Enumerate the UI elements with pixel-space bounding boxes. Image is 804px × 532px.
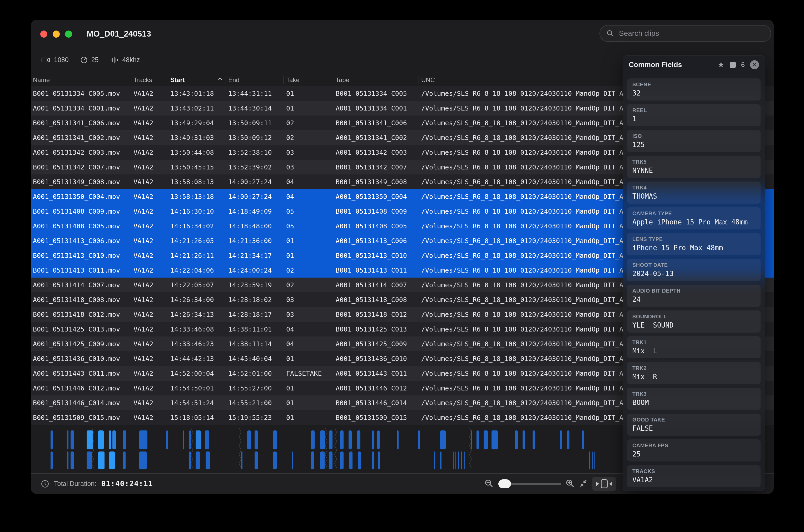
timeline-clip-bar[interactable]: [311, 452, 314, 469]
panel-field[interactable]: CAMERA TYPEApple iPhone 15 Pro Max 48mm: [627, 207, 761, 229]
panel-field[interactable]: TRACKSVA1A2: [627, 465, 761, 487]
timeline-clip-bar[interactable]: [205, 431, 209, 450]
timeline-clip-bar[interactable]: [71, 452, 74, 469]
star-icon[interactable]: ★: [717, 61, 725, 69]
timeline-clip-bar[interactable]: [377, 431, 380, 450]
timeline-zoom-slider-thumb[interactable]: [498, 479, 511, 488]
panel-field[interactable]: TRK1Mix L: [627, 336, 761, 358]
close-panel-button[interactable]: ✕: [750, 60, 759, 69]
column-header-tracks[interactable]: Tracks: [131, 74, 168, 86]
column-header-name[interactable]: Name: [31, 74, 131, 86]
timeline-clip-bar[interactable]: [349, 431, 352, 450]
timeline-clip-bar[interactable]: [595, 452, 595, 469]
panel-field[interactable]: TRK2Mix R: [627, 362, 761, 384]
timeline-clip-bar[interactable]: [112, 431, 116, 450]
timeline-clip-bar[interactable]: [484, 431, 488, 450]
zoom-out-button[interactable]: [484, 479, 493, 489]
timeline-clip-bar[interactable]: [397, 431, 398, 450]
timeline-clip-bar[interactable]: [292, 452, 293, 469]
color-label-icon[interactable]: [730, 62, 736, 68]
timeline-clip-bar[interactable]: [71, 431, 74, 450]
timeline-clip-bar[interactable]: [320, 452, 324, 469]
zoom-in-button[interactable]: [565, 479, 575, 489]
timeline-clip-bar[interactable]: [109, 452, 115, 469]
timeline-clip-bar[interactable]: [378, 452, 380, 469]
timeline-clip-bar[interactable]: [195, 452, 200, 469]
timeline-clip-bar[interactable]: [273, 431, 277, 450]
panel-field[interactable]: GOOD TAKEFALSE: [627, 414, 761, 436]
timeline-clip-bar[interactable]: [532, 431, 535, 450]
timeline-clip-bar[interactable]: [195, 431, 201, 450]
timeline-clip-bar[interactable]: [329, 431, 333, 450]
search-input[interactable]: [618, 29, 764, 38]
timeline-clip-bar[interactable]: [51, 431, 53, 450]
zoom-window-button[interactable]: [65, 31, 72, 38]
timeline-clip-bar[interactable]: [357, 431, 360, 450]
timeline-clip-bar[interactable]: [461, 452, 462, 469]
timeline-clip-bar[interactable]: [109, 431, 111, 450]
panel-field[interactable]: REEL1: [627, 104, 761, 126]
timeline-clip-bar[interactable]: [372, 452, 374, 469]
timeline-clip-bar[interactable]: [349, 452, 353, 469]
timeline-clip-bar[interactable]: [434, 452, 435, 469]
timeline-clip-bar[interactable]: [123, 452, 126, 469]
timeline-clip-bar[interactable]: [340, 431, 343, 450]
timeline-clip-bar[interactable]: [166, 431, 168, 450]
timeline-clip-bar[interactable]: [523, 431, 525, 450]
timeline-clip-bar[interactable]: [440, 431, 446, 450]
panel-field[interactable]: SCENE32: [627, 78, 761, 100]
timeline-clip-bar[interactable]: [453, 452, 454, 469]
timeline-clip-bar[interactable]: [592, 452, 593, 469]
timeline-clip-bar[interactable]: [67, 431, 69, 450]
timeline-clip-bar[interactable]: [123, 431, 126, 450]
timeline-clip-bar[interactable]: [311, 431, 315, 450]
timeline-clip-bar[interactable]: [418, 431, 420, 450]
timeline-clip-bar[interactable]: [51, 452, 53, 469]
timeline-clip-bar[interactable]: [98, 452, 105, 469]
timeline-clip-bar[interactable]: [589, 452, 590, 469]
timeline-clip-bar[interactable]: [464, 452, 465, 469]
column-header-end[interactable]: End: [226, 74, 283, 86]
timeline-clip-bar[interactable]: [560, 431, 562, 450]
panel-field[interactable]: CAMERA FPS25: [627, 439, 761, 461]
timeline-clip-bar[interactable]: [340, 452, 343, 469]
panel-field[interactable]: TRK4THOMAS: [627, 182, 761, 204]
panel-field[interactable]: SOUNDROLLYLE SOUND: [627, 310, 761, 332]
timeline-clip-bar[interactable]: [139, 452, 147, 469]
panel-field[interactable]: ISO125: [627, 130, 761, 152]
timeline-clip-bar[interactable]: [491, 431, 498, 450]
timeline-clip-bar[interactable]: [247, 431, 251, 450]
timeline-clip-bar[interactable]: [139, 431, 147, 450]
panel-field[interactable]: LENS TYPEiPhone 15 Pro Max 48mm: [627, 233, 761, 255]
timeline-clip-bar[interactable]: [206, 452, 210, 469]
minimize-window-button[interactable]: [53, 31, 60, 38]
timeline-clip-bar[interactable]: [183, 431, 184, 450]
timeline-clip-bar[interactable]: [98, 431, 104, 450]
timeline-clip-bar[interactable]: [567, 431, 569, 450]
fit-timeline-button[interactable]: [592, 477, 616, 491]
timeline-clip-bar[interactable]: [515, 431, 518, 450]
timeline-clip-bar[interactable]: [358, 452, 361, 469]
timeline-clip-bar[interactable]: [329, 452, 333, 469]
collapse-icon[interactable]: [579, 479, 588, 489]
column-header-tape[interactable]: Tape: [333, 74, 418, 86]
timeline-clip-bar[interactable]: [255, 431, 258, 450]
timeline-clip-bar[interactable]: [372, 431, 374, 450]
search-field[interactable]: [599, 25, 771, 42]
timeline-clip-bar[interactable]: [476, 431, 479, 450]
panel-field[interactable]: TRK3BOOM: [627, 388, 761, 410]
timeline-clip-bar[interactable]: [67, 452, 69, 469]
column-header-take[interactable]: Take: [283, 74, 333, 86]
panel-field[interactable]: SHOOT DATE2024-05-13: [627, 259, 761, 281]
column-header-start[interactable]: Start ^: [168, 74, 226, 86]
timeline-clip-bar[interactable]: [440, 452, 442, 469]
timeline-clip-bar[interactable]: [273, 452, 277, 469]
close-window-button[interactable]: [40, 31, 48, 38]
timeline-zoom-slider[interactable]: [498, 483, 561, 485]
panel-field[interactable]: AUDIO BIT DEPTH24: [627, 285, 761, 307]
panel-field[interactable]: TRK5NYNNE: [627, 156, 761, 178]
timeline-clip-bar[interactable]: [582, 431, 584, 450]
timeline-clip-bar[interactable]: [458, 452, 459, 469]
timeline-clip-bar[interactable]: [255, 452, 258, 469]
timeline-clip-bar[interactable]: [455, 452, 456, 469]
